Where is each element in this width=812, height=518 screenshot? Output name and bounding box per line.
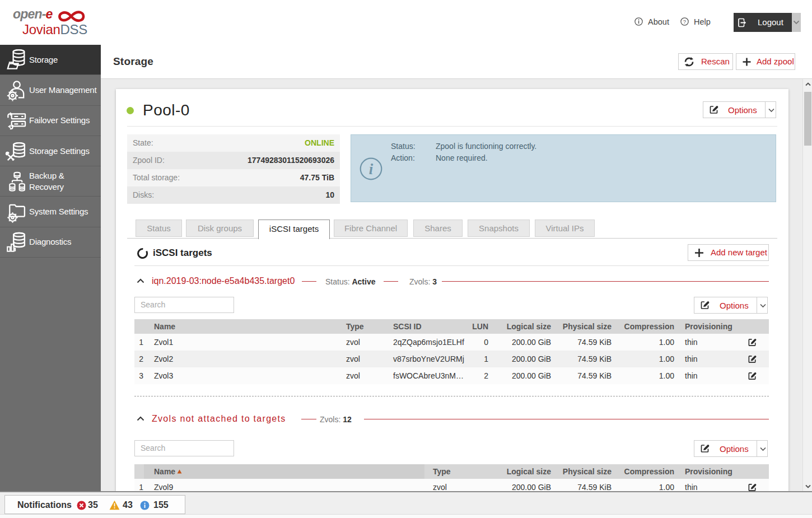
- svg-text:i: i: [369, 161, 374, 178]
- svg-text:?: ?: [683, 18, 686, 25]
